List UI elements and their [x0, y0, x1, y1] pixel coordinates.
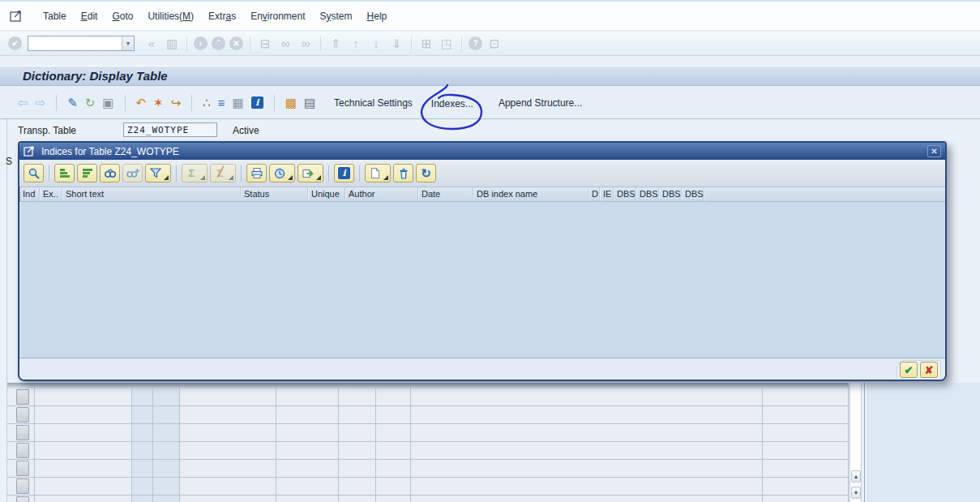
column-header-ie[interactable]: IE — [601, 187, 614, 201]
scroll-up-icon[interactable]: ▲ — [851, 470, 861, 483]
menu-table[interactable]: Table — [37, 8, 72, 24]
column-header-author[interactable]: Author — [346, 187, 419, 201]
cancel-button[interactable]: ✘ — [920, 362, 938, 378]
column-header-dbs[interactable]: DBS — [637, 187, 660, 201]
hierarchy-icon[interactable]: ∴ — [203, 96, 211, 110]
export-icon[interactable] — [297, 164, 323, 182]
menu-utilitiesm[interactable]: Utilities(M) — [142, 8, 199, 24]
last-page-icon[interactable]: ⇓ — [388, 36, 404, 51]
toolbar-separator — [176, 165, 177, 182]
find-next-icon[interactable] — [122, 164, 143, 182]
column-header-unique[interactable]: Unique — [309, 187, 346, 201]
table-row — [7, 460, 848, 478]
choose-detail-icon[interactable] — [24, 164, 44, 182]
column-header-dbs[interactable]: DBS — [660, 187, 683, 201]
menu-extras[interactable]: Extras — [203, 8, 242, 24]
menu-goto[interactable]: Goto — [106, 8, 139, 24]
column-header-d[interactable]: D — [589, 187, 601, 201]
vertical-scrollbar[interactable]: ▲ ▼ — [849, 383, 862, 502]
menu-system[interactable]: System — [315, 8, 358, 24]
display-change-icon[interactable]: ✎ — [67, 96, 78, 110]
filter-icon[interactable] — [145, 164, 171, 182]
back-icon[interactable]: ⇦ — [18, 96, 28, 110]
column-header-db-index-name[interactable]: DB index name — [474, 187, 589, 201]
row-selector[interactable] — [16, 389, 29, 405]
collapse-icon[interactable]: « — [143, 36, 160, 50]
next-page-icon[interactable]: ↓ — [368, 36, 384, 50]
menu-environment[interactable]: Environment — [245, 8, 310, 24]
help-icon[interactable]: ? — [469, 36, 482, 50]
info-icon[interactable]: i — [251, 97, 263, 109]
sum-icon[interactable]: Σ — [182, 164, 208, 182]
save-icon[interactable]: ▥ — [164, 36, 180, 51]
technical-settings-button[interactable]: Technical Settings — [327, 94, 419, 112]
previous-page-icon[interactable]: ↑ — [348, 36, 364, 50]
enter-icon[interactable]: ✔ — [8, 36, 22, 50]
row-selector[interactable] — [16, 407, 29, 423]
column-header-ind[interactable]: Ind — [19, 187, 41, 201]
column-header-date[interactable]: Date — [419, 187, 474, 201]
print-icon[interactable]: ⊟ — [257, 36, 273, 51]
refresh-icon[interactable]: ↻ — [85, 96, 96, 110]
index-table-body — [19, 202, 945, 358]
where-used-icon[interactable]: ↪ — [171, 96, 182, 110]
cancel-icon[interactable]: ✕ — [229, 36, 243, 50]
table-contents-icon[interactable]: ▦ — [233, 96, 244, 110]
print-icon[interactable] — [246, 164, 267, 182]
row-selector[interactable] — [16, 496, 29, 502]
views-icon[interactable] — [269, 164, 295, 182]
sort-descending-icon[interactable] — [77, 164, 97, 182]
column-header-dbs[interactable]: DBS — [683, 187, 705, 201]
system-menu-icon[interactable] — [10, 10, 24, 23]
exit-icon[interactable]: ˆ — [212, 36, 225, 50]
first-page-icon[interactable]: ⇑ — [327, 36, 344, 51]
info-icon[interactable]: i — [334, 164, 354, 182]
scroll-down-icon[interactable]: ▼ — [851, 487, 861, 499]
table-row — [7, 388, 848, 406]
table-row — [7, 406, 848, 424]
forward-icon[interactable]: ⇨ — [36, 96, 46, 110]
create-shortcut-icon[interactable]: ◳ — [439, 36, 455, 51]
create-index-icon[interactable] — [365, 164, 391, 182]
row-selector[interactable] — [16, 461, 29, 476]
continue-button[interactable]: ✔ — [900, 362, 918, 378]
find-next-icon[interactable]: ∞ — [297, 36, 314, 50]
refresh-icon[interactable]: ↻ — [416, 164, 436, 182]
column-header-status[interactable]: Status — [242, 187, 309, 201]
menu-edit[interactable]: Edit — [75, 8, 104, 24]
column-header-ex[interactable]: Ex.. — [41, 187, 63, 201]
row-selector[interactable] — [16, 478, 29, 494]
toolbar-separator — [411, 36, 412, 51]
subtotal-icon[interactable]: Σ — [210, 164, 236, 182]
customize-layout-icon[interactable]: ⊡ — [486, 36, 503, 51]
undo-icon[interactable]: ↶ — [136, 96, 147, 110]
delete-index-icon[interactable] — [393, 164, 413, 182]
menu-help[interactable]: Help — [362, 8, 393, 24]
modify-icon[interactable]: ✶ — [153, 96, 164, 110]
new-session-icon[interactable]: ⊞ — [418, 36, 434, 51]
back-icon[interactable]: ‹ — [194, 36, 208, 50]
copy-icon[interactable]: ▣ — [102, 96, 113, 110]
db-utility-icon[interactable]: ▤ — [304, 96, 315, 110]
command-input[interactable] — [28, 36, 122, 50]
toolbar-separator — [461, 36, 462, 51]
obscured-label-fragment: S — [6, 156, 12, 167]
index-table-header: IndEx..Short textStatusUniqueAuthorDateD… — [19, 187, 945, 202]
row-selector[interactable] — [16, 443, 29, 458]
append-structure-button[interactable]: Append Structure... — [492, 94, 588, 112]
index-list-icon[interactable]: ≡ — [218, 96, 225, 110]
runtime-object-icon[interactable]: ▩ — [285, 96, 297, 110]
indexes-button[interactable]: Indexes... — [425, 95, 480, 113]
table-row — [7, 442, 848, 460]
row-selector[interactable] — [16, 425, 29, 440]
chevron-down-icon[interactable]: ▼ — [122, 36, 134, 50]
find-icon[interactable]: ∞ — [277, 36, 293, 50]
standard-toolbar: ✔ ▼ «▥‹ˆ✕⊟∞∞⇑↑↓⇓⊞◳?⊡ — [0, 32, 980, 56]
sort-ascending-icon[interactable] — [54, 164, 75, 182]
column-header-short-text[interactable]: Short text — [63, 187, 242, 201]
find-icon[interactable] — [100, 164, 120, 182]
column-header-dbs[interactable]: DBS — [614, 187, 637, 201]
close-icon[interactable]: ✕ — [927, 145, 941, 157]
transp-table-field[interactable]: Z24_WOTYPE — [123, 122, 217, 137]
toolbar-separator — [241, 165, 242, 182]
